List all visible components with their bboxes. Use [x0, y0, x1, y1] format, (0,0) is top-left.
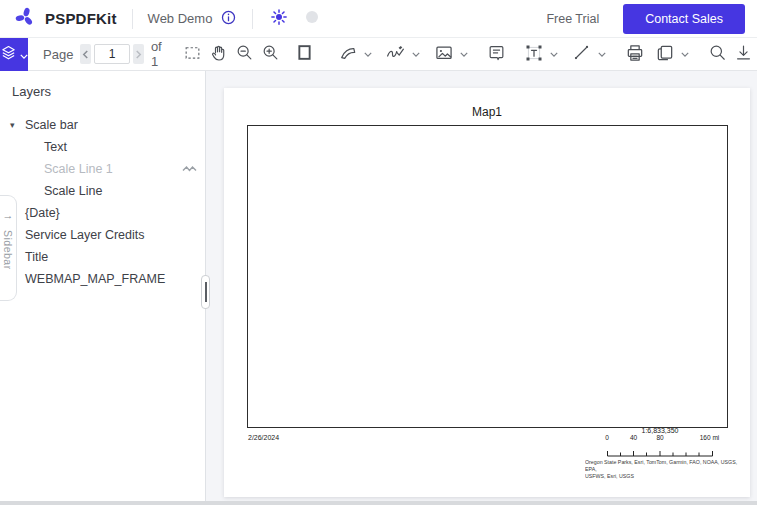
annotate-callout-icon [338, 43, 358, 66]
window-bottom-edge [0, 501, 757, 505]
layer-item-webmap-map-frame[interactable]: WEBMAP_MAP_FRAME [0, 268, 205, 290]
document-viewport: Map1 2/26/2024 1:6,833,350 0 40 80 160 m… [206, 71, 757, 505]
export-pages-icon [655, 43, 675, 66]
search-button[interactable] [708, 41, 727, 67]
print-icon [625, 43, 645, 66]
print-button[interactable] [625, 41, 645, 67]
sidebar-toggle-tab[interactable]: → Sidebar [0, 195, 17, 301]
layer-item-scale-line[interactable]: Scale Line [0, 180, 205, 202]
scale-ratio-label: 1:6,833,350 [607, 427, 713, 434]
text-box-icon [524, 43, 544, 66]
sidebar-toggle-label: Sidebar [2, 230, 14, 270]
light-theme-sun-icon[interactable] [270, 8, 288, 30]
scale-bar[interactable]: 1:6,833,350 0 40 80 160 mi [607, 427, 713, 461]
note-button[interactable] [487, 41, 506, 67]
layer-item-text[interactable]: Text [0, 136, 205, 158]
toolbar: Page of 1 [0, 38, 757, 71]
sidebar-title: Layers [0, 71, 205, 114]
export-dropdown[interactable] [678, 41, 693, 67]
scale-ruler [607, 443, 713, 461]
free-trial-label: Free Trial [546, 12, 599, 26]
export-button[interactable] [652, 41, 678, 67]
layers-sidebar: Layers ▾ Scale bar Text Scale Line 1 Sca… [0, 71, 206, 505]
divider [132, 9, 133, 29]
brand: PSPDFKit [14, 6, 117, 32]
page-number-input[interactable] [94, 44, 130, 64]
info-icon[interactable] [220, 9, 237, 29]
polyline-indicator-icon [182, 162, 197, 176]
sidebar-resize-handle[interactable] [201, 275, 210, 309]
pan-hand-icon [209, 43, 228, 65]
text-box-button[interactable] [521, 41, 547, 67]
text-box-dropdown[interactable] [547, 41, 562, 67]
download-button[interactable] [734, 41, 753, 67]
ink-signature-dropdown[interactable] [409, 41, 424, 67]
image-dropdown[interactable] [457, 41, 472, 67]
expand-caret-icon[interactable]: ▾ [10, 120, 25, 130]
map-title-annotation[interactable]: Map1 [224, 105, 750, 119]
zoom-in-icon [261, 43, 280, 65]
pan-button[interactable] [209, 41, 228, 67]
line-button[interactable] [569, 41, 595, 67]
zoom-out-icon [235, 43, 254, 65]
page-label: Page [43, 47, 73, 62]
pdf-page: Map1 2/26/2024 1:6,833,350 0 40 80 160 m… [224, 88, 750, 497]
dark-theme-moon-icon[interactable] [304, 9, 320, 29]
zoom-out-button[interactable] [235, 41, 254, 67]
note-icon [487, 43, 506, 65]
chevron-down-icon [20, 47, 28, 62]
webmap-map-frame[interactable] [247, 125, 728, 428]
download-icon [734, 43, 753, 65]
brand-name: PSPDFKit [45, 10, 117, 27]
image-button[interactable] [431, 41, 457, 67]
annotate-callout-button[interactable] [335, 41, 361, 67]
layer-item-service-layer-credits[interactable]: Service Layer Credits [0, 224, 205, 246]
ink-signature-button[interactable] [383, 41, 409, 67]
layer-item-scale-line-1[interactable]: Scale Line 1 [0, 158, 205, 180]
layer-item-scale-bar[interactable]: ▾ Scale bar [0, 114, 205, 136]
contact-sales-button[interactable]: Contact Sales [623, 4, 745, 34]
next-page-button[interactable] [133, 44, 144, 64]
app-header: PSPDFKit Web Demo [0, 0, 757, 38]
scale-tick-labels: 0 40 80 160 mi [607, 434, 713, 443]
date-annotation[interactable]: 2/26/2024 [248, 434, 279, 441]
search-icon [708, 43, 727, 65]
page-total-label: of 1 [151, 39, 162, 69]
arrow-right-icon: → [3, 210, 14, 221]
ink-signature-icon [385, 42, 406, 66]
prev-page-button[interactable] [80, 44, 91, 64]
fit-page-icon [295, 43, 314, 65]
divider [252, 9, 253, 29]
webdemo-label: Web Demo [148, 11, 213, 26]
marquee-select-button[interactable] [183, 41, 202, 67]
marquee-select-icon [183, 43, 202, 65]
zoom-in-button[interactable] [261, 41, 280, 67]
pspdfkit-logo-icon [14, 6, 36, 32]
service-layer-credits-annotation[interactable]: Oregon State Parks, Esri, TomTom, Garmin… [585, 460, 749, 481]
line-dropdown[interactable] [595, 41, 610, 67]
layers-icon [0, 44, 17, 64]
line-icon [572, 43, 591, 65]
annotate-callout-dropdown[interactable] [361, 41, 376, 67]
layer-item-date[interactable]: {Date} [0, 202, 205, 224]
layers-menu-button[interactable] [0, 38, 28, 71]
fit-page-button[interactable] [295, 41, 314, 67]
layer-item-title[interactable]: Title [0, 246, 205, 268]
image-icon [434, 43, 454, 66]
